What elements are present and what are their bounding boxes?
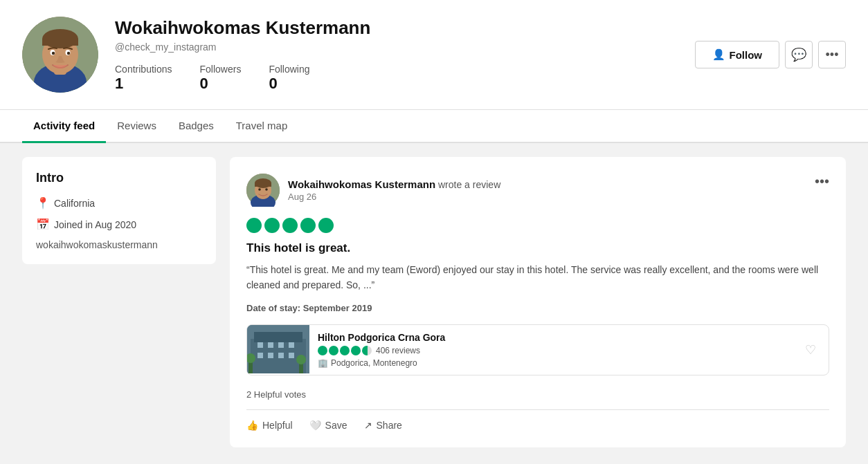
intro-title: Intro (36, 171, 202, 185)
avatar-image (22, 17, 98, 93)
review-more-button[interactable]: ••• (815, 174, 829, 189)
tab-reviews[interactable]: Reviews (106, 110, 168, 143)
svg-rect-14 (255, 183, 271, 187)
svg-rect-24 (257, 353, 263, 358)
date-of-stay: Date of stay: September 2019 (246, 303, 829, 313)
hotel-rating: 406 reviews (318, 346, 790, 355)
joined-text: Joined in Aug 2020 (54, 219, 136, 230)
share-label: Share (377, 420, 402, 431)
helpful-button[interactable]: 👍 Helpful (246, 420, 293, 431)
svg-rect-23 (289, 342, 294, 348)
follow-label: Follow (730, 49, 763, 61)
svg-point-31 (296, 355, 306, 364)
stat-following: Following 0 (269, 64, 309, 93)
helpful-count: 2 Helpful votes (246, 389, 829, 400)
followers-value: 0 (200, 75, 242, 93)
hotel-dot-5 (362, 346, 372, 355)
avatar (22, 17, 98, 93)
more-options-button[interactable]: ••• (818, 41, 846, 68)
svg-rect-22 (278, 342, 284, 348)
follow-button[interactable]: 👤 Follow (695, 41, 780, 68)
svg-point-8 (52, 52, 55, 55)
following-label: Following (269, 64, 309, 75)
save-label: Save (325, 420, 347, 431)
reviewer-name: Wokaihwokomas Kustermann (288, 178, 435, 190)
hotel-image (247, 325, 309, 373)
joined-item: 📅 Joined in Aug 2020 (36, 218, 202, 231)
share-button[interactable]: ↗ Share (364, 420, 402, 431)
star-2 (264, 218, 280, 233)
review-card: Wokaihwokomas Kustermann wrote a review … (230, 157, 846, 447)
review-title: This hotel is great. (246, 241, 829, 255)
header-actions: 👤 Follow 💬 ••• (695, 41, 847, 68)
svg-rect-25 (268, 353, 273, 358)
tab-activity-feed[interactable]: Activity feed (22, 110, 106, 143)
hotel-dot-2 (329, 346, 338, 355)
main-content: Intro 📍 California 📅 Joined in Aug 2020 … (0, 143, 868, 461)
more-dots-icon: ••• (815, 174, 829, 189)
reviewer-avatar (246, 174, 280, 207)
svg-rect-26 (278, 353, 284, 358)
hotel-location: 🏢 Podgorica, Montenegro (318, 358, 790, 368)
feed-area: Wokaihwokomas Kustermann wrote a review … (230, 157, 846, 447)
contributions-label: Contributions (115, 64, 172, 75)
svg-rect-19 (254, 332, 302, 342)
review-header: Wokaihwokomas Kustermann wrote a review … (246, 174, 829, 207)
location-item: 📍 California (36, 196, 202, 210)
tab-travel-map[interactable]: Travel map (225, 110, 298, 143)
star-4 (300, 218, 316, 233)
profile-handle: @check_my_instagram (115, 41, 678, 53)
share-icon: ↗ (364, 420, 372, 431)
hotel-location-text: Podgorica, Montenegro (331, 358, 417, 368)
date-of-stay-value: September 2019 (303, 303, 372, 313)
tab-badges[interactable]: Badges (168, 110, 225, 143)
svg-rect-20 (257, 342, 263, 348)
review-date: Aug 26 (288, 192, 500, 202)
svg-rect-21 (268, 342, 273, 348)
hotel-location-icon: 🏢 (318, 358, 328, 368)
more-icon: ••• (826, 48, 839, 62)
profile-name: Wokaihwokomas Kustermann (115, 17, 678, 39)
svg-rect-27 (289, 353, 294, 358)
hotel-dot-4 (351, 346, 361, 355)
stat-contributions: Contributions 1 (115, 64, 172, 93)
person-icon: 👤 (712, 48, 725, 61)
save-icon: 🤍 (309, 420, 321, 431)
star-1 (246, 218, 262, 233)
action-row: 👍 Helpful 🤍 Save ↗ Share (246, 409, 829, 431)
calendar-icon: 📅 (36, 218, 48, 231)
review-body: “This hotel is great. Me and my team (Ew… (246, 262, 829, 293)
review-action-text: wrote a review (438, 179, 500, 190)
svg-point-16 (265, 188, 268, 191)
stats-row: Contributions 1 Followers 0 Following 0 (115, 64, 678, 93)
message-icon: 💬 (791, 47, 806, 62)
location-text: California (54, 198, 95, 209)
sidebar: Intro 📍 California 📅 Joined in Aug 2020 … (22, 157, 216, 447)
date-of-stay-label: Date of stay: (246, 303, 300, 313)
hotel-name: Hilton Podgorica Crna Gora (318, 332, 790, 343)
contributions-value: 1 (115, 75, 172, 93)
profile-header: Wokaihwokomas Kustermann @check_my_insta… (0, 0, 868, 110)
save-button[interactable]: 🤍 Save (309, 420, 347, 431)
profile-info: Wokaihwokomas Kustermann @check_my_insta… (115, 17, 678, 93)
reviewer-name-action: Wokaihwokomas Kustermann wrote a review (288, 178, 500, 190)
following-value: 0 (269, 75, 309, 93)
heart-icon: ♡ (805, 343, 816, 357)
hotel-details: Hilton Podgorica Crna Gora 406 reviews 🏢… (309, 325, 798, 375)
stat-followers: Followers 0 (200, 64, 242, 93)
tabs-nav: Activity feed Reviews Badges Travel map (0, 110, 868, 143)
hotel-reviews-count: 406 reviews (376, 346, 420, 355)
star-3 (282, 218, 298, 233)
followers-label: Followers (200, 64, 242, 75)
save-hotel-button[interactable]: ♡ (798, 335, 823, 364)
intro-card: Intro 📍 California 📅 Joined in Aug 2020 … (22, 157, 216, 264)
location-icon: 📍 (36, 196, 48, 210)
rating-stars (246, 218, 829, 233)
svg-rect-5 (42, 39, 78, 46)
svg-point-9 (67, 52, 70, 55)
username-link[interactable]: wokaihwokomaskustermann (36, 239, 202, 250)
reviewer-info: Wokaihwokomas Kustermann wrote a review … (246, 174, 500, 207)
message-button[interactable]: 💬 (785, 41, 813, 68)
hotel-card[interactable]: Hilton Podgorica Crna Gora 406 reviews 🏢… (246, 324, 829, 375)
svg-point-15 (258, 188, 261, 191)
